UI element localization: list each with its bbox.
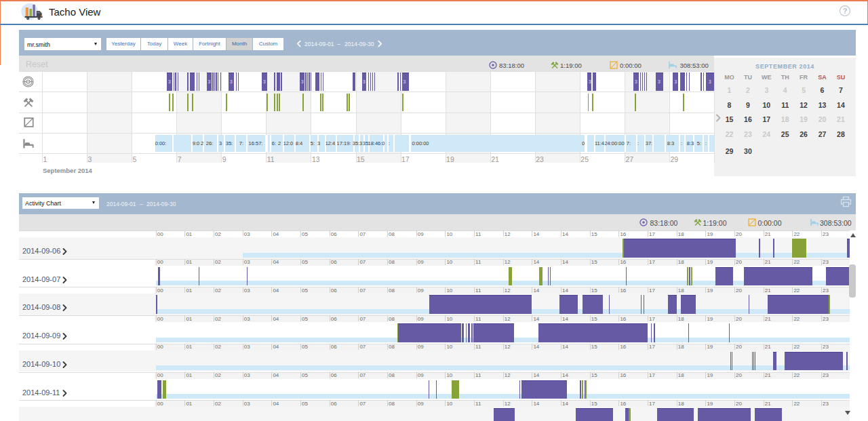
- svg-text:?: ?: [843, 7, 848, 15]
